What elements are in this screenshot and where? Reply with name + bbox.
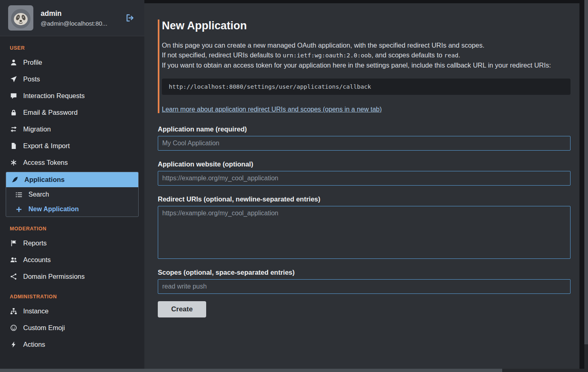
main-content: New Application On this page you can cre… <box>144 3 579 317</box>
sidebar-item-label: Custom Emoji <box>23 324 65 332</box>
lock-icon <box>10 109 17 116</box>
sidebar-item-label: Search <box>28 191 49 198</box>
sidebar-item-label: Email & Password <box>23 109 78 116</box>
comment-icon <box>10 92 17 99</box>
sidebar-item-label: Access Tokens <box>23 159 68 166</box>
sidebar-item-actions[interactable]: Actions <box>0 336 144 353</box>
vertical-scrollbar[interactable] <box>584 0 588 372</box>
sidebar-item-label: Posts <box>23 75 40 83</box>
sidebar-item-label: Instance <box>23 307 48 315</box>
sidebar-item-email-password[interactable]: Email & Password <box>0 104 144 121</box>
scopes-label: Scopes (optional, space-separated entrie… <box>158 269 571 276</box>
sidebar-item-export-import[interactable]: Export & Import <box>0 138 144 154</box>
user-card: admin @admin@localhost:80... <box>0 0 144 36</box>
horizontal-scrollbar[interactable] <box>0 369 584 372</box>
sitemap-icon <box>10 308 17 315</box>
transfer-arrows-icon <box>10 126 17 133</box>
scopes-input[interactable] <box>158 279 571 294</box>
bolt-icon <box>10 341 17 348</box>
intro-paragraph-2: If not specified, redirect URIs defaults… <box>162 50 571 60</box>
intro-paragraph-1: On this page you can create a new manage… <box>162 40 571 50</box>
sidebar-item-label: Migration <box>23 125 51 133</box>
sidebar-item-label: Actions <box>23 341 45 348</box>
oob-code: urn:ietf:wg:oauth:2.0:oob <box>283 52 371 59</box>
sidebar: admin @admin@localhost:80... USER Profil… <box>0 0 144 372</box>
sidebar-item-interaction-requests[interactable]: Interaction Requests <box>0 88 144 104</box>
file-icon <box>10 142 17 149</box>
sidebar-item-search[interactable]: Search <box>6 187 138 202</box>
applications-submenu: Search New Application <box>6 187 138 217</box>
user-meta: admin @admin@localhost:80... <box>41 9 117 27</box>
sidebar-item-label: Applications <box>24 176 65 184</box>
read-code: read <box>444 52 458 59</box>
new-application-form: Application name (required) Application … <box>158 125 571 317</box>
application-website-label: Application website (optional) <box>158 160 571 168</box>
intro-paragraph-3: If you want to obtain an access token fo… <box>162 60 571 70</box>
sidebar-item-label: Reports <box>23 239 47 247</box>
sidebar-item-instance[interactable]: Instance <box>0 303 144 319</box>
sidebar-item-profile[interactable]: Profile <box>0 54 144 71</box>
sidebar-item-label: Export & Import <box>23 142 70 150</box>
avatar <box>8 5 33 31</box>
section-label-moderation: MODERATION <box>10 226 144 232</box>
redirect-uris-label: Redirect URIs (optional, newline-separat… <box>158 195 571 203</box>
sidebar-item-new-application[interactable]: New Application <box>6 202 138 217</box>
main-panel: New Application On this page you can cre… <box>144 3 579 372</box>
smiley-icon <box>10 324 17 331</box>
redirect-uris-textarea[interactable] <box>158 206 571 259</box>
applications-group: Applications Search New Application <box>6 172 139 217</box>
sidebar-item-accounts[interactable]: Accounts <box>0 252 144 268</box>
learn-more-link[interactable]: Learn more about application redirect UR… <box>162 106 382 113</box>
users-icon <box>10 256 17 263</box>
user-handle: @admin@localhost:80... <box>41 20 117 27</box>
section-label-administration: ADMINISTRATION <box>10 294 144 300</box>
list-icon <box>15 191 22 198</box>
sidebar-item-label: Domain Permissions <box>23 273 85 280</box>
feather-icon <box>11 176 18 183</box>
sidebar-item-label: Interaction Requests <box>23 92 85 100</box>
section-label-user: USER <box>10 45 144 51</box>
create-button[interactable]: Create <box>158 301 206 317</box>
user-name: admin <box>41 9 117 18</box>
sidebar-item-label: New Application <box>28 206 79 213</box>
sidebar-item-custom-emoji[interactable]: Custom Emoji <box>0 319 144 336</box>
callback-url: http://localhost:8080/settings/user/appl… <box>169 83 371 90</box>
horizontal-scrollbar-thumb[interactable] <box>0 369 502 372</box>
sidebar-item-reports[interactable]: Reports <box>0 235 144 252</box>
vertical-scrollbar-thumb[interactable] <box>584 0 588 344</box>
intro-section: New Application On this page you can cre… <box>158 20 571 113</box>
user-icon <box>10 59 17 66</box>
sidebar-item-access-tokens[interactable]: Access Tokens <box>0 154 144 171</box>
sidebar-item-label: Accounts <box>23 256 51 264</box>
sidebar-item-label: Profile <box>23 59 42 66</box>
plus-icon <box>15 206 22 213</box>
page-title: New Application <box>162 20 571 32</box>
application-website-input[interactable] <box>158 171 571 186</box>
asterisk-icon <box>10 159 17 166</box>
paper-plane-icon <box>10 76 17 83</box>
callback-url-box: http://localhost:8080/settings/user/appl… <box>162 79 571 95</box>
sidebar-item-applications[interactable]: Applications <box>6 172 138 187</box>
share-nodes-icon <box>10 273 17 280</box>
sidebar-item-migration[interactable]: Migration <box>0 121 144 138</box>
application-name-input[interactable] <box>158 136 571 151</box>
sidebar-nav: USER Profile Posts Interaction Requests <box>0 45 144 353</box>
sign-out-icon[interactable] <box>124 12 136 24</box>
application-name-label: Application name (required) <box>158 125 571 133</box>
flag-icon <box>10 240 17 247</box>
app-root: admin @admin@localhost:80... USER Profil… <box>0 0 579 372</box>
sidebar-item-posts[interactable]: Posts <box>0 71 144 88</box>
sidebar-item-domain-permissions[interactable]: Domain Permissions <box>0 268 144 285</box>
